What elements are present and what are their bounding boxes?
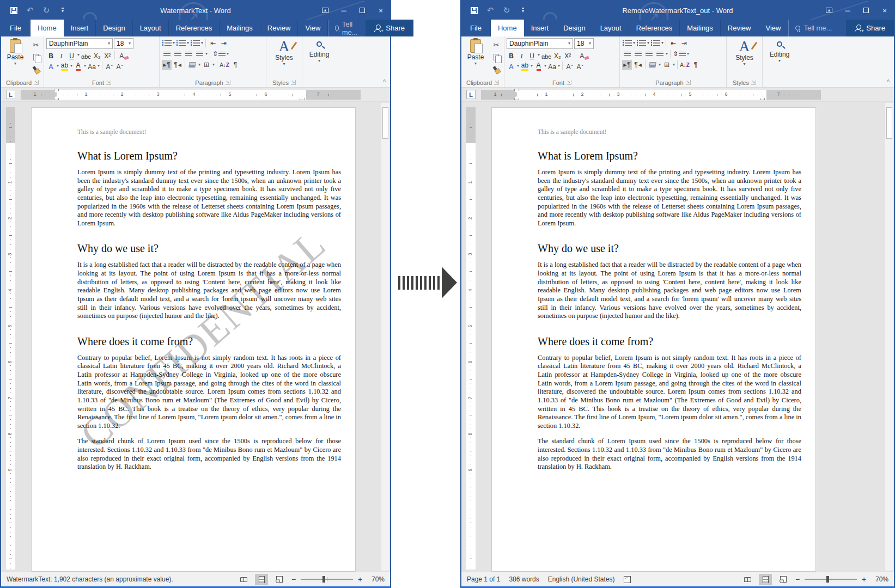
close-button[interactable]: × xyxy=(372,2,390,19)
superscript-button[interactable]: X² xyxy=(563,50,573,60)
justify-button[interactable] xyxy=(655,49,665,59)
chevron-down-icon[interactable]: ▾ xyxy=(666,52,668,56)
align-left-button[interactable] xyxy=(162,49,172,59)
chevron-down-icon[interactable]: ▾ xyxy=(84,64,86,68)
tab-design[interactable]: Design xyxy=(96,20,132,36)
increase-indent-button[interactable]: ⇥ xyxy=(679,38,689,48)
tab-home[interactable]: Home xyxy=(31,20,64,36)
chevron-down-icon[interactable]: ▾ xyxy=(633,41,635,45)
copy-button[interactable] xyxy=(31,52,41,62)
document-page[interactable]: This is a sample document! What is Lorem… xyxy=(491,107,816,572)
share-button[interactable]: Share xyxy=(846,20,894,36)
tab-view[interactable]: View xyxy=(758,20,788,36)
page-count[interactable]: Page 1 of 1 xyxy=(467,575,500,583)
tab-layout[interactable]: Layout xyxy=(133,20,169,36)
print-layout-button[interactable] xyxy=(759,574,772,585)
chevron-down-icon[interactable]: ▾ xyxy=(558,64,560,68)
shading-button[interactable] xyxy=(187,60,197,70)
read-mode-button[interactable] xyxy=(741,574,754,585)
tab-mailings[interactable]: Mailings xyxy=(220,20,260,36)
format-painter-button[interactable] xyxy=(31,65,41,75)
chevron-down-icon[interactable]: ▾ xyxy=(198,63,200,67)
rtl-direction-button[interactable]: ¶◀ xyxy=(173,60,182,70)
zoom-level[interactable]: 70% xyxy=(871,575,888,583)
zoom-out-button[interactable]: − xyxy=(291,575,296,584)
minimize-button[interactable]: ─ xyxy=(334,2,353,19)
chevron-down-icon[interactable]: ▾ xyxy=(212,63,215,67)
redo-button[interactable]: ↻ xyxy=(41,5,51,15)
chevron-down-icon[interactable]: ▾ xyxy=(538,53,540,57)
bold-button[interactable]: B xyxy=(507,50,516,60)
horizontal-ruler[interactable]: 11234567 xyxy=(21,90,361,100)
rtl-direction-button[interactable]: ¶◀ xyxy=(633,60,643,70)
dialog-launcher-icon[interactable]: ↘ xyxy=(106,80,111,85)
chevron-down-icon[interactable]: ▾ xyxy=(201,41,203,45)
zoom-in-button[interactable]: + xyxy=(357,575,363,584)
chevron-down-icon[interactable]: ▾ xyxy=(517,64,519,68)
editing-button[interactable]: Editing ▾ xyxy=(305,38,334,78)
save-button[interactable] xyxy=(9,5,19,15)
align-right-button[interactable] xyxy=(644,49,654,59)
bold-button[interactable]: B xyxy=(46,50,56,60)
change-case-button[interactable]: Aa xyxy=(547,61,557,71)
strikethrough-button[interactable]: abc xyxy=(541,50,552,60)
change-case-button[interactable]: Aa xyxy=(87,61,96,71)
font-color-button[interactable]: A xyxy=(534,61,543,71)
font-color-button[interactable]: A xyxy=(74,61,83,71)
align-right-button[interactable] xyxy=(184,49,193,59)
document-page[interactable]: CONFIDENTIAL This is a sample document! … xyxy=(31,107,356,572)
vertical-ruler[interactable]: 123456789 xyxy=(466,107,476,569)
subscript-button[interactable]: X₂ xyxy=(553,50,562,60)
chevron-down-icon[interactable]: ▾ xyxy=(647,41,649,45)
clear-formatting-button[interactable]: A xyxy=(117,50,126,60)
cut-button[interactable]: ✂ xyxy=(31,40,41,50)
proofing-icon[interactable] xyxy=(624,576,631,583)
shrink-font-button[interactable]: A xyxy=(115,61,124,71)
font-size-combobox[interactable]: 18▾ xyxy=(114,38,133,49)
font-name-combobox[interactable]: DauphinPlain▾ xyxy=(507,38,573,49)
save-button[interactable] xyxy=(469,5,479,15)
clear-formatting-button[interactable]: A xyxy=(577,50,587,60)
minimize-button[interactable]: ─ xyxy=(838,2,857,19)
tab-selector[interactable]: L xyxy=(466,90,476,99)
tell-me-box[interactable]: Tell me... xyxy=(328,20,366,36)
maximize-button[interactable] xyxy=(353,2,372,19)
format-painter-button[interactable] xyxy=(491,65,502,75)
grow-font-button[interactable]: A xyxy=(565,61,574,71)
web-layout-button[interactable] xyxy=(777,574,790,585)
dialog-launcher-icon[interactable]: ↘ xyxy=(686,80,691,85)
document-content[interactable]: This is a sample document! What is Lorem… xyxy=(32,108,355,495)
italic-button[interactable]: I xyxy=(517,50,526,60)
undo-button[interactable]: ↶ xyxy=(485,5,495,15)
paste-button[interactable]: Paste ▾ xyxy=(3,38,27,78)
scrollbar-thumb[interactable] xyxy=(382,107,388,139)
chevron-down-icon[interactable]: ▾ xyxy=(659,63,661,67)
underline-button[interactable]: U xyxy=(67,50,76,60)
numbering-button[interactable] xyxy=(636,38,646,48)
cut-button[interactable]: ✂ xyxy=(491,40,502,50)
read-mode-button[interactable] xyxy=(237,574,250,585)
undo-button[interactable]: ↶ xyxy=(25,5,35,15)
dialog-launcher-icon[interactable]: ↘ xyxy=(751,80,756,85)
decrease-indent-button[interactable]: ⇤ xyxy=(208,38,218,48)
dialog-launcher-icon[interactable]: ↘ xyxy=(291,80,296,85)
tab-layout[interactable]: Layout xyxy=(593,20,629,36)
strikethrough-button[interactable]: abc xyxy=(81,50,92,60)
bullets-button[interactable] xyxy=(162,38,172,48)
chevron-down-icon[interactable]: ▾ xyxy=(531,64,533,68)
justify-button[interactable] xyxy=(194,49,204,59)
collapse-ribbon-button[interactable]: ^ xyxy=(887,79,890,85)
subscript-button[interactable]: X₂ xyxy=(93,50,102,60)
shrink-font-button[interactable]: A xyxy=(575,61,585,71)
increase-indent-button[interactable]: ⇥ xyxy=(219,38,229,48)
tab-references[interactable]: References xyxy=(169,20,220,36)
redo-button[interactable]: ↻ xyxy=(502,5,512,15)
tab-references[interactable]: References xyxy=(629,20,680,36)
ltr-direction-button[interactable]: ▶¶ xyxy=(162,60,172,70)
ribbon-display-options-button[interactable]: ▴ xyxy=(820,2,838,19)
vertical-scrollbar[interactable] xyxy=(885,103,893,571)
tab-review[interactable]: Review xyxy=(260,20,299,36)
chevron-down-icon[interactable]: ▾ xyxy=(687,52,689,56)
editing-button[interactable]: Editing ▾ xyxy=(765,38,794,78)
align-left-button[interactable] xyxy=(622,49,632,59)
